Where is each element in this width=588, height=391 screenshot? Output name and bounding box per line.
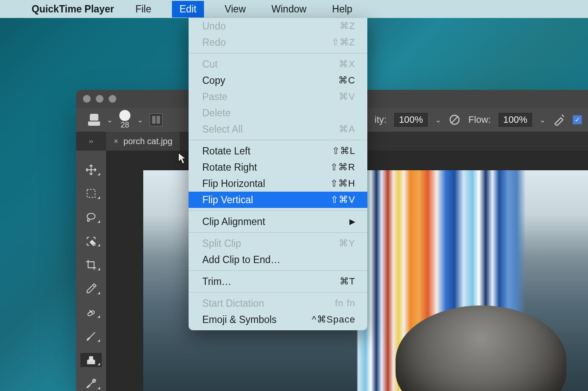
menu-separator [189,210,367,211]
menu-item-cut: Cut ⌘X [189,56,367,72]
menu-item-rotate-left[interactable]: Rotate Left ⇧⌘L [189,143,367,159]
menu-item-label: Split Clip [202,238,241,249]
eyedropper-tool-icon[interactable] [80,281,102,296]
menu-separator [189,232,367,233]
brush-panel-toggle-icon[interactable] [150,113,163,126]
menu-item-label: Copy [202,75,225,86]
history-brush-tool-icon[interactable] [80,376,102,391]
tool-preset-stamp-icon[interactable] [88,114,100,126]
quick-select-tool-icon[interactable] [80,234,102,249]
traffic-light-zoom-icon[interactable] [109,95,116,103]
menu-item-label: Cut [202,59,218,70]
edit-menu-dropdown: Undo ⌘Z Redo ⇧⌘Z Cut ⌘X Copy ⌘C Paste ⌘V… [189,18,367,330]
menu-separator [189,270,367,271]
document-tab[interactable]: × porch cat.jpg [106,132,180,151]
menu-item-emoji-symbols[interactable]: Emoji & Symbols ^⌘Space [189,311,367,328]
menu-item-flip-horizontal[interactable]: Flip Horizontal ⇧⌘H [189,175,367,192]
menu-separator [189,53,367,53]
menu-file[interactable]: File [130,2,157,17]
menu-item-label: Paste [202,91,228,103]
traffic-light-minimize-icon[interactable] [96,95,103,103]
opacity-caret-icon[interactable]: ⌄ [435,116,441,124]
menu-item-label: Delete [202,107,230,119]
menu-item-add-clip-to-end[interactable]: Add Clip to End… [189,252,367,268]
traffic-light-close-icon[interactable] [83,95,91,103]
menu-separator [189,292,367,293]
menubar-app-name[interactable]: QuickTime Player [32,3,114,15]
menu-item-shortcut: ⇧⌘L [332,145,355,157]
mouse-cursor-icon [178,152,187,165]
menu-item-shortcut: ⌘Z [340,21,355,32]
submenu-arrow-icon: ▶ [349,217,355,226]
menu-item-label: Rotate Right [202,162,257,173]
menu-item-undo: Undo ⌘Z [189,18,367,34]
tab-close-icon[interactable]: × [114,137,118,146]
tool-preset-caret-icon[interactable]: ⌄ [107,116,112,124]
menu-item-shortcut: ⇧⌘Z [331,37,355,48]
airbrush-icon[interactable] [553,114,565,126]
svg-rect-4 [87,362,95,364]
menu-item-shortcut: ⇧⌘V [331,194,355,205]
menu-item-label: Trim… [202,276,231,287]
menu-item-delete: Delete [189,105,367,121]
lasso-tool-icon[interactable] [80,210,102,225]
menu-item-shortcut: ⌘T [340,276,355,287]
menu-item-start-dictation: Start Dictation fn fn [189,295,367,311]
menu-item-shortcut: ⌘Y [339,238,355,249]
menu-item-split-clip: Split Clip ⌘Y [189,235,367,252]
collapse-tools-icon[interactable]: ›› [76,138,106,145]
menu-item-label: Redo [202,37,226,48]
brush-tool-icon[interactable] [80,329,102,344]
pressure-opacity-icon[interactable] [449,114,461,126]
flow-caret-icon[interactable]: ⌄ [540,116,545,124]
menu-item-label: Rotate Left [202,145,251,157]
menu-item-trim[interactable]: Trim… ⌘T [189,273,367,290]
menu-item-copy[interactable]: Copy ⌘C [189,72,367,89]
flow-value[interactable]: 100% [499,113,532,127]
marquee-tool-icon[interactable] [80,187,102,201]
aligned-checkbox[interactable]: ✓ [573,115,582,124]
brush-picker-caret-icon[interactable]: ⌄ [137,116,143,124]
document-tab-title: porch cat.jpg [124,136,173,146]
desktop-background: QuickTime Player File Edit View Window H… [0,0,588,391]
macos-menubar: QuickTime Player File Edit View Window H… [0,0,588,18]
menu-item-rotate-right[interactable]: Rotate Right ⇧⌘R [189,159,367,175]
menu-item-label: Clip Alignment [202,216,265,228]
menu-item-flip-vertical[interactable]: Flip Vertical ⇧⌘V [189,192,367,208]
opacity-value[interactable]: 100% [394,113,428,127]
menu-item-paste: Paste ⌘V [189,89,367,105]
svg-point-2 [87,213,95,219]
menu-item-shortcut: ⇧⌘H [330,178,355,189]
menu-item-label: Add Clip to End… [202,254,281,266]
menu-item-label: Emoji & Symbols [202,314,277,326]
menu-item-shortcut: fn fn [335,298,355,309]
menu-view[interactable]: View [219,2,251,17]
menu-separator [189,140,367,140]
menu-item-label: Start Dictation [202,298,264,309]
menu-item-shortcut: ⌘X [339,59,355,70]
brush-preview-icon [119,110,130,121]
menu-item-label: Select All [202,124,243,135]
healing-brush-tool-icon[interactable] [80,305,102,320]
tools-panel [76,151,106,391]
svg-rect-1 [87,190,95,198]
menu-item-shortcut: ⌘C [338,75,355,86]
menu-item-label: Undo [202,21,226,32]
menu-help[interactable]: Help [327,2,358,17]
brush-size-picker[interactable]: 28 [119,110,130,130]
menu-window[interactable]: Window [266,2,312,17]
menu-edit[interactable]: Edit [172,1,204,18]
menu-item-shortcut: ⌘V [339,91,355,102]
image-subject [396,305,567,391]
menu-item-clip-alignment[interactable]: Clip Alignment ▶ [189,213,367,230]
move-tool-icon[interactable] [80,163,102,177]
menu-item-shortcut: ⇧⌘R [330,162,355,173]
clone-stamp-tool-icon[interactable] [80,353,102,367]
menu-item-shortcut: ^⌘Space [312,314,355,325]
menu-item-shortcut: ⌘A [339,124,355,135]
menu-item-label: Flip Vertical [202,194,253,206]
flow-label: Flow: [468,114,491,125]
menu-item-redo: Redo ⇧⌘Z [189,34,367,50]
crop-tool-icon[interactable] [80,258,102,272]
brush-size-value: 28 [121,121,129,130]
